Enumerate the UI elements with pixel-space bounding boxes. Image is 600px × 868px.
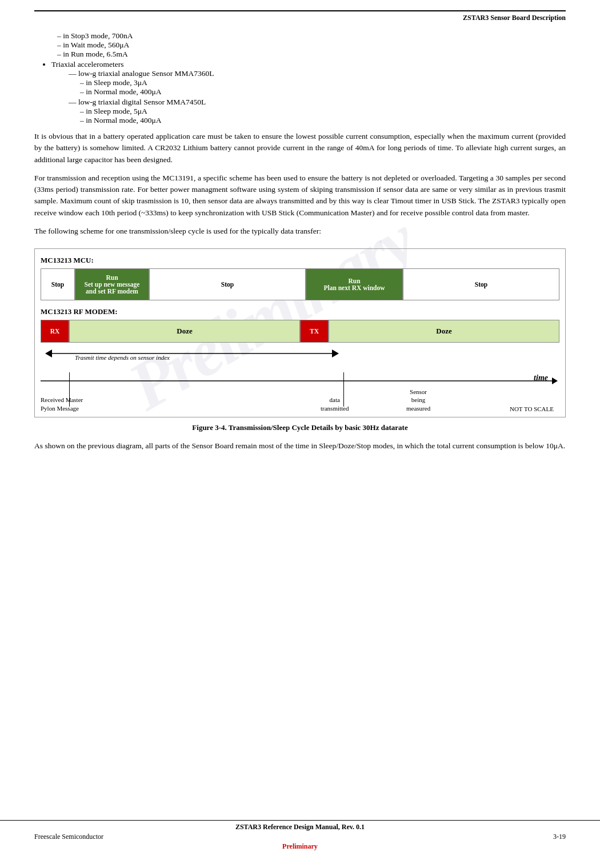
- label-time: time: [534, 373, 548, 383]
- paragraph-1: It is obvious that in a battery operated…: [34, 131, 566, 166]
- dash-list-top: in Stop3 mode, 700nA in Wait mode, 560μA…: [57, 31, 566, 59]
- vertical-lines-area: Received Master Pylon Message data trans…: [41, 372, 559, 412]
- label-sensor-being: Sensor being measured: [406, 388, 430, 412]
- rf-cell-rx: RX: [41, 320, 69, 343]
- rf-cell-doze1: Doze: [69, 320, 300, 343]
- list-item-triaxial: Triaxial accelerometers low-g triaxial a…: [51, 60, 566, 125]
- arrow-section: Trasmit time depends on sensor index: [41, 345, 559, 367]
- rf-row: RX Doze TX Doze: [41, 320, 559, 343]
- mcu-cell-stop1: Stop: [41, 268, 75, 300]
- mcu-label: MC13213 MCU:: [41, 256, 559, 265]
- mcu-cell-run1: Run Set up new message and set RF modem: [75, 268, 149, 300]
- svg-marker-2: [332, 349, 339, 357]
- dash-list-digital-sub: in Sleep mode, 5μA in Normal mode, 400μA: [80, 107, 566, 125]
- figure-area: MC13213 MCU: Stop Run Set up new message…: [34, 248, 566, 417]
- footer-preliminary: Preliminary: [0, 842, 600, 851]
- list-item-sleep3ua: in Sleep mode, 3μA: [80, 78, 566, 87]
- paragraph-2: For transmission and reception using the…: [34, 172, 566, 219]
- rf-cell-tx: TX: [300, 320, 329, 343]
- bullet-list-triaxial: Triaxial accelerometers low-g triaxial a…: [51, 60, 566, 125]
- list-item-stop3: in Stop3 mode, 700nA: [57, 31, 566, 41]
- em-dash-list-analog: low-g triaxial analogue Sensor MMA7360L …: [69, 69, 566, 125]
- paragraph-3: The following scheme for one transmissio…: [34, 226, 566, 237]
- mcu-cell-run2: Run Plan next RX window: [306, 268, 403, 300]
- list-item-normal400-1: in Normal mode, 400μA: [80, 87, 566, 97]
- footer-title: ZSTAR3 Reference Design Manual, Rev. 0.1: [0, 820, 600, 831]
- list-item-normal400-2: in Normal mode, 400μA: [80, 116, 566, 125]
- mcu-cell-stop2: Stop: [149, 268, 306, 300]
- footer-row: Freescale Semiconductor 3-19: [0, 833, 600, 841]
- svg-marker-4: [552, 377, 558, 384]
- list-item-lowg1: low-g triaxial analogue Sensor MMA7360L …: [69, 69, 566, 97]
- page-header: ZSTAR3 Sensor Board Description: [34, 10, 566, 22]
- dash-list-analog-sub: in Sleep mode, 3μA in Normal mode, 400μA: [80, 78, 566, 97]
- list-item-wait: in Wait mode, 560μA: [57, 41, 566, 50]
- mcu-cell-stop3: Stop: [403, 268, 559, 300]
- timeline-arrow-svg: [41, 372, 559, 389]
- footer-company: Freescale Semiconductor: [34, 833, 103, 841]
- list-item-run: in Run mode, 6.5mA: [57, 50, 566, 59]
- page-footer: ZSTAR3 Reference Design Manual, Rev. 0.1…: [0, 820, 600, 851]
- trasmit-label: Trasmit time depends on sensor index: [75, 354, 170, 361]
- mcu-row: Stop Run Set up new message and set RF m…: [41, 268, 559, 300]
- paragraph-4: As shown on the previous diagram, all pa…: [34, 440, 566, 452]
- label-data-transmitted: data transmitted: [321, 396, 349, 412]
- rf-cell-doze2: Doze: [329, 320, 559, 343]
- list-item-lowg2: low-g triaxial digital Sensor MMA7450L i…: [69, 98, 566, 125]
- header-title: ZSTAR3 Sensor Board Description: [463, 14, 566, 22]
- label-not-to-scale: NOT TO SCALE: [510, 405, 554, 412]
- label-received-master: Received Master Pylon Message: [41, 396, 83, 412]
- rf-label: MC13213 RF MODEM:: [41, 307, 559, 316]
- figure-caption: Figure 3-4. Transmission/Sleep Cycle Det…: [34, 423, 566, 432]
- footer-page: 3-19: [553, 833, 566, 841]
- list-item-sleep5ua: in Sleep mode, 5μA: [80, 107, 566, 116]
